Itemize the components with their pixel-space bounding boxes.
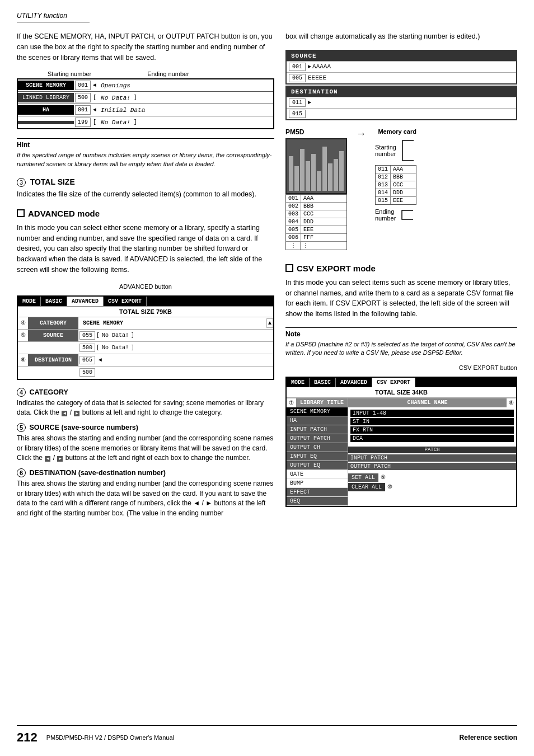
card-num-4: 014: [376, 189, 391, 196]
csv-clear-all[interactable]: CLEAR ALL: [348, 483, 385, 491]
screen-num-1: 001: [75, 81, 91, 90]
pm5d-num-2: 002: [286, 203, 301, 210]
pm5d-num-3: 003: [286, 210, 301, 218]
csv-stin: ST IN: [350, 418, 514, 425]
pm5d-label: PM5D: [285, 128, 347, 136]
csv-output-patch: OUTPUT PATCH: [287, 434, 348, 443]
pm5d-device: [285, 138, 347, 194]
dest-title: 6 DESTINATION (save-destination number): [17, 468, 274, 477]
csv-input-patch: INPUT PATCH: [287, 425, 348, 434]
source-title: 5 SOURCE (save-source numbers): [17, 423, 274, 432]
card-row-4: 014 DDD: [376, 189, 416, 197]
advanced-diagram: MODE BASIC ADVANCED CSV EXPORT TOTAL SIZ…: [17, 295, 274, 380]
csv-item-num-10: ⑩: [387, 483, 392, 490]
bracket-1: [: [93, 95, 96, 101]
section-3-title: TOTAL SIZE: [30, 177, 75, 186]
sd-source-num2: 005: [289, 74, 306, 82]
adv-button-label: ADVANCED button: [17, 283, 274, 290]
src-num-circle: 5: [17, 423, 26, 432]
starting-number-row: Startingnumber: [375, 139, 416, 162]
adv-num-5: ⑤: [18, 331, 28, 340]
sd-dest-num1: 011: [289, 98, 306, 107]
adv-dest-num1: 055: [79, 356, 95, 364]
csv-bump: BUMP: [287, 479, 348, 488]
adv-num-4: ④: [18, 318, 28, 327]
adv-source-row: ⑤ SOURCE 055 [ No Data! ]: [18, 330, 273, 342]
cat-num-circle: 4: [17, 388, 26, 397]
sd-source-name2: EEEEE: [308, 74, 326, 81]
csv-tab-basic: BASIC: [310, 378, 336, 387]
screen-title-4: No Data!: [97, 118, 134, 127]
csv-button-label: CSV EXPORT button: [285, 364, 517, 371]
destination-heading: DESTINATION (save-destination number): [29, 469, 166, 477]
adv-source-num2: 500: [79, 344, 95, 352]
pm5d-right-side: Memory card Startingnumber 011 AAA: [375, 128, 416, 222]
advanced-mode-title: ADVANCED mode: [28, 209, 100, 218]
csv-cols: ⑦ LIBRARY TITLE SCENE MEMORY HA INPUT PA…: [287, 398, 516, 506]
csv-set-all[interactable]: SET ALL: [348, 473, 378, 482]
csv-lib-header-row: ⑦ LIBRARY TITLE: [287, 398, 348, 407]
card-num-3: 013: [376, 181, 391, 189]
adv-category-label: CATEGORY: [28, 317, 78, 329]
screen-label-ha: HA: [18, 105, 74, 115]
num-circle-3: 3: [17, 178, 26, 187]
screen-label-linked-library: LINKED LIBRARY: [18, 93, 74, 102]
csv-output-eq: OUTPUT EQ: [287, 461, 348, 470]
sd-source-row2: 005 EEEEE: [287, 72, 516, 83]
transfer-arrow: →: [353, 128, 369, 140]
diagram-labels: Starting number Ending number: [17, 71, 274, 77]
note-box: Note If a DSP5D (machine #2 or #3) is se…: [285, 327, 517, 358]
page-footer: 212 PM5D/PM5D-RH V2 / DSP5D Owner's Manu…: [17, 725, 517, 745]
intro-text: If the SCENE MEMORY, HA, INPUT PATCH, or…: [17, 31, 274, 63]
destination-text: This area shows the starting and ending …: [17, 479, 274, 518]
csv-diagram: MODE BASIC ADVANCED CSV EXPORT TOTAL SIZ…: [285, 377, 517, 507]
csv-size-row: TOTAL SIZE 34KB: [287, 387, 516, 398]
card-name-2: BBB: [391, 173, 405, 181]
pm5d-num-5: 005: [286, 226, 301, 233]
advanced-mode-text: In this mode you can select either scene…: [17, 223, 274, 275]
pm5d-name-3: CCC: [301, 210, 316, 218]
checkbox-csv: [285, 264, 293, 272]
footer-manual-text: PM5D/PM5D-RH V2 / DSP5D Owner's Manual: [46, 734, 174, 741]
csv-scene-memory: SCENE MEMORY: [287, 407, 348, 416]
pm5d-section: PM5D: [285, 128, 517, 250]
screen-title-3: Initial Data: [97, 106, 148, 115]
adv-mode-row: MODE BASIC ADVANCED CSV EXPORT: [18, 297, 273, 307]
bracket-4: ]: [134, 119, 137, 125]
csv-set-row: SET ALL ⑨: [348, 473, 516, 482]
screen-row-4: 199 [ No Data! ]: [18, 116, 273, 128]
screen-title-1: Openings: [97, 81, 134, 90]
adv-tab-csv: CSV EXPORT: [104, 297, 147, 306]
source-dest-diagram-section: SOURCE 001 ► AAAAA 005 EEEEE DESTINATION: [285, 50, 517, 120]
pm5d-num-4: 004: [286, 218, 301, 226]
pm5d-faders: [289, 142, 344, 191]
card-name-4: DDD: [391, 189, 405, 196]
page-header: UTILITY function: [17, 12, 90, 22]
adv-dest-num2: 500: [79, 368, 95, 377]
adv-category-row: ④ CATEGORY SCENE MEMORY ▲: [18, 317, 273, 330]
pm5d-row-6: 006 FFF: [286, 234, 346, 242]
csv-item-num-9: ⑨: [381, 474, 386, 481]
card-row-5: 015 EEE: [376, 197, 416, 204]
sd-source-name1: AAAAA: [312, 63, 331, 70]
csv-diagram-wrapper: CSV EXPORT button MODE BASIC ADVANCED CS…: [285, 364, 517, 507]
card-name-5: EEE: [391, 197, 405, 204]
hint-text: If the specified range of numbers includ…: [17, 151, 274, 168]
csv-patch-label: PATCH: [348, 447, 516, 453]
sd-source-arrow1: ►: [308, 64, 311, 70]
pm5d-name-1: AAA: [301, 195, 316, 202]
csv-input-eq: INPUT EQ: [287, 452, 348, 461]
card-table: 011 AAA 012 BBB 013 CCC 014: [375, 165, 416, 205]
sd-source-num1: 001: [289, 63, 306, 71]
adv-size-row: TOTAL SIZE 79KB: [18, 307, 273, 317]
pm5d-num-1: 001: [286, 195, 301, 202]
adv-source-bracket2: ]: [131, 332, 134, 339]
src-right-arrow: ►: [57, 456, 63, 462]
pm5d-row-1: 001 AAA: [286, 195, 346, 203]
csv-ha: HA: [287, 416, 348, 425]
pm5d-name-5: EEE: [301, 226, 316, 233]
adv-source-label: SOURCE: [28, 330, 78, 341]
csv-mode-heading: CSV EXPORT mode: [285, 264, 517, 273]
pm5d-row-2: 002 BBB: [286, 203, 346, 210]
csv-gate: GATE: [287, 470, 348, 479]
